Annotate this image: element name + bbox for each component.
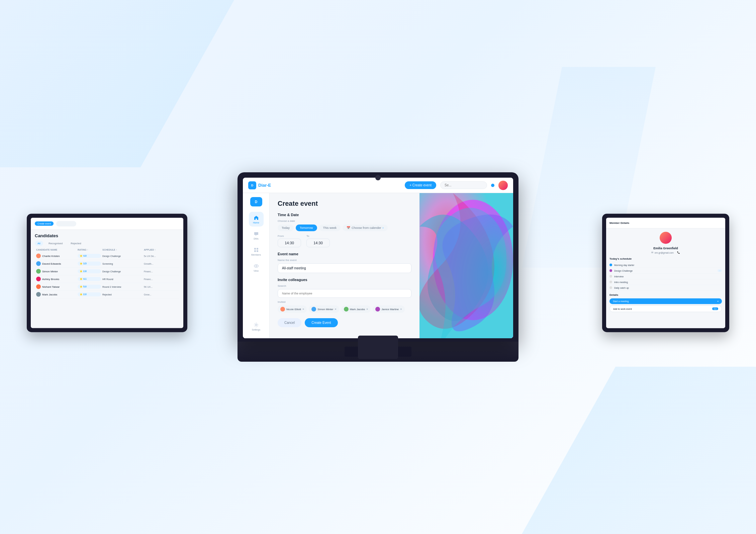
chat-icon [253,231,259,237]
remove-simon-btn[interactable]: × [335,307,336,311]
remove-nicole-btn[interactable]: × [302,307,304,311]
candidate-name: Daved Edwards [36,261,76,266]
sidebar-item-members[interactable]: Members [249,244,264,259]
create-event-btn-label: + Create event [409,183,432,187]
laptop-main: D Diar-E + Create event D [238,172,518,362]
invited-label: Invited [278,300,411,303]
search-field-label: Search [278,284,411,287]
create-event-submit-btn[interactable]: Create Event [305,318,338,327]
member-details-content: Emilia Greenfield ✉ em.gr@gmail.com 📞 To… [606,229,725,316]
app-ui: D Home [243,193,513,338]
sidebar-dms-label: DMs [254,238,258,240]
time-from-input[interactable] [278,239,301,247]
add-to-event-btn[interactable]: Add to work event Go [609,305,722,312]
invited-list: Nicole Elliott × Simon Minter × [278,305,411,313]
left-tabs: All Recognised Rejected [35,241,179,246]
schedule-item-1: Morning day starter [609,262,722,268]
schedule-dot [609,264,612,266]
event-name-section: Event name Name the event [278,252,411,273]
chevron-right-icon: › [383,226,384,230]
laptop-keyboard [238,342,518,362]
date-selector-row: Today Tomorrow This week 📅 Choose from c… [278,225,411,231]
topbar-search-input[interactable] [440,181,487,189]
rating: ⭐ 4.0 [78,254,101,258]
schedule-item-3: Interview [609,274,722,279]
tab-all[interactable]: All [35,241,43,246]
left-create-btn[interactable]: Create event [35,221,54,226]
laptop-screen: D Diar-E + Create event D [243,178,513,338]
tablet-right-bezel: Member Details Emilia Greenfield ✉ em.gr… [602,214,729,332]
sidebar-item-home[interactable]: Home [249,212,264,227]
col-rating: RATING ↑ [78,249,101,251]
btn-this-week[interactable]: This week [319,225,341,231]
tablet-left: Create event Candidates All Recognised R… [27,214,187,332]
meeting-badge: ≡ [717,300,719,302]
left-search[interactable] [56,221,76,226]
sidebar-item-view[interactable]: View [249,260,264,275]
cancel-button[interactable]: Cancel [278,318,301,327]
event-name-input[interactable] [278,263,411,273]
sidebar-item-dms[interactable]: DMs [249,228,264,243]
member-email: ✉ em.gr@gmail.com 📞 [609,251,722,254]
start-meeting-label: Start a meeting [613,300,629,302]
section-invite: Invite colleagues [278,278,411,282]
applied: Financ... [144,270,171,272]
btn-calendar-label: Choose from calender [352,226,381,230]
schedule-title: Today's schedule [609,257,722,260]
applied: 5x UX De... [144,255,171,257]
create-event-btn[interactable]: + Create event [405,181,436,189]
time-to-group: To [306,235,330,247]
schedule-item-4: Intro meeting [609,279,722,285]
candidate-name: Charlie Kristen [36,254,76,258]
avatar [36,269,41,274]
applied: Financ... [144,278,171,280]
chip-name-simon: Simon Minter [317,308,333,311]
start-meeting-btn[interactable]: Start a meeting ≡ [609,298,722,304]
form-actions: Cancel Create Event [278,318,411,327]
col-name: CANDIDATE NAME [36,249,76,251]
btn-today[interactable]: Today [278,225,294,231]
time-from-label: From [278,235,301,238]
email-text: em.gr@gmail.com [655,251,674,254]
schedule-text: Intro meeting [614,281,722,283]
time-to-input[interactable] [306,239,330,247]
camera-notch [375,175,381,180]
right-app-ui: Member Details Emilia Greenfield ✉ em.gr… [606,218,725,328]
tab-rejected[interactable]: Rejected [68,241,84,246]
table-header: CANDIDATE NAME RATING ↑ SCHEDULE ↑ APPLI… [35,249,179,251]
chip-name-mark: Mark Jacobs [350,308,365,311]
create-event-title: Create event [278,200,411,207]
sidebar-item-settings[interactable]: Settings [249,319,264,334]
svg-rect-3 [257,250,258,252]
grid-icon [253,247,259,253]
tab-recognised[interactable]: Recognised [46,241,65,246]
member-name: Emilia Greenfield [609,247,722,250]
user-avatar [498,181,508,190]
schedule-text: Interview [614,275,722,277]
sidebar-home-label: Home [253,221,259,224]
stage: Rejected [102,293,143,295]
tablet-right: Member Details Emilia Greenfield ✉ em.gr… [602,214,729,332]
left-content: Candidates All Recognised Rejected CANDI… [31,230,183,328]
rating: ⭐ 4.1 [78,277,101,281]
btn-tomorrow[interactable]: Tomorrow [296,225,317,231]
laptop-bezel: D Diar-E + Create event D [238,172,518,342]
schedule-text: Morning day starter [614,264,722,266]
home-icon [253,215,259,221]
applied: Growth... [144,262,171,265]
chip-simon: Simon Minter × [309,305,339,313]
left-page-title: Candidates [35,233,179,238]
logo-text: Diar-E [258,183,271,188]
remove-janice-btn[interactable]: × [400,307,402,311]
time-row: From To [278,235,411,247]
schedule-dot [609,275,612,278]
btn-calendar[interactable]: 📅 Choose from calender › [343,225,388,231]
remove-mark-btn[interactable]: × [366,307,368,311]
left-app-ui: Create event Candidates All Recognised R… [31,218,183,328]
sidebar-view-label: View [254,270,259,272]
colleague-search-input[interactable] [278,289,411,298]
schedule-item-2: Design Challenge ··· [609,268,722,274]
rating: ⭐ 2.0 [78,292,101,296]
logout-item[interactable]: Log Out [249,335,264,338]
table-row: Ashley Brooks ⭐ 4.1 HR Round Financ... [35,275,179,283]
